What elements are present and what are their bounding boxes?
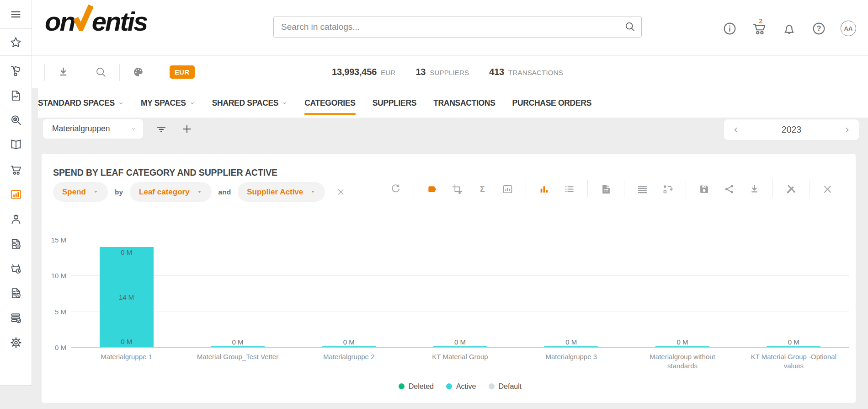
- y-axis-label: 5 M: [45, 307, 66, 315]
- chart-frame-icon[interactable]: [502, 183, 513, 195]
- rows-icon[interactable]: [637, 183, 648, 195]
- sidebar-item-document-paragraph[interactable]: §: [0, 282, 32, 307]
- search-input[interactable]: [273, 16, 642, 38]
- legend-item-deleted[interactable]: Deleted: [399, 382, 434, 391]
- chart-title: SPEND BY LEAF CATEGORY AND SUPPLIER ACTI…: [53, 167, 277, 178]
- bar-column: 0 M: [405, 240, 516, 347]
- info-icon[interactable]: [722, 21, 737, 36]
- swap-icon[interactable]: [662, 183, 673, 195]
- user-icon: [10, 213, 22, 227]
- sidebar-item-contract[interactable]: [0, 84, 32, 109]
- sidebar-item-product-search[interactable]: [0, 109, 32, 134]
- save-icon[interactable]: [698, 183, 710, 195]
- bar[interactable]: 0 M14 M0 M: [100, 247, 154, 347]
- contract-icon: [10, 89, 22, 104]
- chart-toolbar: Σ: [383, 180, 840, 198]
- zero-bar[interactable]: [433, 346, 487, 347]
- bar-columns: 0 M14 M0 M0 M0 M0 M0 M0 M0 M: [71, 240, 849, 347]
- bar-value-label: 0 M: [738, 338, 849, 346]
- note-icon[interactable]: [600, 183, 612, 195]
- previous-year-button[interactable]: [732, 126, 740, 134]
- search-icon[interactable]: [624, 21, 636, 34]
- currency-badge[interactable]: EUR: [170, 65, 195, 79]
- close-icon[interactable]: [822, 183, 833, 195]
- search-icon[interactable]: [95, 66, 107, 78]
- filter-icon[interactable]: [155, 123, 167, 137]
- caret-down-icon: [93, 189, 99, 195]
- sidebar-item-user[interactable]: [0, 208, 32, 232]
- remove-dimension-icon[interactable]: [336, 188, 345, 196]
- divider: [686, 180, 686, 198]
- sidebar-item-basket-clock[interactable]: [0, 257, 32, 282]
- sidebar-item-catalog[interactable]: [0, 134, 32, 158]
- tab-transactions[interactable]: TRANSACTIONS: [433, 88, 495, 118]
- y-axis-label: 10 M: [45, 272, 66, 280]
- category-label: Materialgruppe 2: [293, 352, 405, 371]
- tools-icon[interactable]: [785, 183, 797, 195]
- category-axis: Materialgruppe 1Material Group_Test Vett…: [71, 352, 849, 371]
- tab-shared-spaces[interactable]: SHARED SPACES: [212, 88, 288, 118]
- category-label: Materialgruppe 3: [516, 352, 627, 371]
- plot-area: 15 M10 M5 M0 M0 M14 M0 M0 M0 M0 M0 M0 M0…: [71, 240, 849, 347]
- divider: [414, 180, 414, 198]
- bell-icon[interactable]: [781, 21, 797, 36]
- tab-categories[interactable]: CATEGORIES: [304, 88, 355, 118]
- download-icon[interactable]: [57, 66, 69, 78]
- zero-bar[interactable]: [211, 346, 265, 347]
- sigma-icon[interactable]: Σ: [477, 183, 488, 195]
- bar-chart-icon[interactable]: [538, 183, 550, 195]
- chevron-down-icon: [189, 100, 195, 106]
- document-percent-icon: %: [10, 237, 22, 252]
- measure-pill-spend[interactable]: Spend: [53, 182, 108, 202]
- tab-standard-spaces[interactable]: STANDARD SPACES: [38, 88, 124, 118]
- legend-item-default[interactable]: Default: [489, 382, 522, 391]
- sidebar-item-analytics[interactable]: [0, 183, 32, 208]
- sidebar-item-gear[interactable]: [0, 331, 32, 356]
- sidebar-item-favorites[interactable]: [0, 29, 32, 56]
- stat-label: TRANSACTIONS: [508, 69, 563, 76]
- zero-bar[interactable]: [767, 346, 820, 347]
- download-icon[interactable]: [749, 183, 760, 195]
- tab-suppliers[interactable]: SUPPLIERS: [373, 88, 417, 118]
- svg-text:%: %: [16, 244, 20, 248]
- stat-label: EUR: [381, 69, 395, 76]
- divider: [624, 180, 624, 198]
- bar-value-label: 0 M: [405, 338, 516, 346]
- share-icon[interactable]: [724, 183, 735, 195]
- zero-bar[interactable]: [322, 346, 376, 347]
- menu-button[interactable]: [0, 0, 32, 29]
- help-icon[interactable]: ?: [811, 21, 826, 36]
- palette-icon[interactable]: [132, 66, 144, 78]
- sidebar-item-document-percent[interactable]: %: [0, 232, 32, 257]
- stat-value: 413: [489, 67, 504, 77]
- product-search-icon: [10, 114, 22, 129]
- tab-purchase-orders[interactable]: PURCHASE ORDERS: [512, 88, 591, 118]
- stat-value: 13: [415, 67, 426, 77]
- next-year-button[interactable]: [843, 126, 851, 134]
- dimension-dropdown[interactable]: Materialgruppen: [43, 118, 144, 139]
- avatar[interactable]: AA: [841, 21, 856, 36]
- tag-icon[interactable]: [426, 183, 438, 195]
- legend-label: Default: [499, 382, 522, 391]
- sidebar-item-data-check[interactable]: [0, 307, 32, 331]
- measure-pill-leaf-category[interactable]: Leaf category: [130, 182, 212, 202]
- legend-item-active[interactable]: Active: [446, 382, 476, 391]
- pill-label: Spend: [62, 188, 86, 197]
- zero-bar[interactable]: [544, 346, 598, 347]
- crop-icon[interactable]: [452, 183, 463, 195]
- stat-label: SUPPLIERS: [430, 69, 469, 76]
- measure-pill-supplier-active[interactable]: Supplier Active: [238, 182, 325, 202]
- sidebar-item-handtruck[interactable]: [0, 59, 32, 84]
- sidebar-item-cart[interactable]: [0, 158, 32, 183]
- cart-icon[interactable]: 2: [751, 21, 767, 36]
- add-icon[interactable]: [181, 123, 193, 137]
- app-logo[interactable]: on entis: [45, 5, 147, 38]
- bar-value-label: 0 M: [100, 338, 154, 345]
- svg-text:§: §: [17, 294, 19, 298]
- chevron-down-icon: [118, 100, 124, 106]
- list-icon[interactable]: [564, 183, 575, 195]
- tab-my-spaces[interactable]: MY SPACES: [141, 88, 195, 118]
- refresh-icon[interactable]: [390, 183, 401, 195]
- zero-bar[interactable]: [655, 346, 709, 347]
- bar-value-label: 0 M: [293, 338, 405, 346]
